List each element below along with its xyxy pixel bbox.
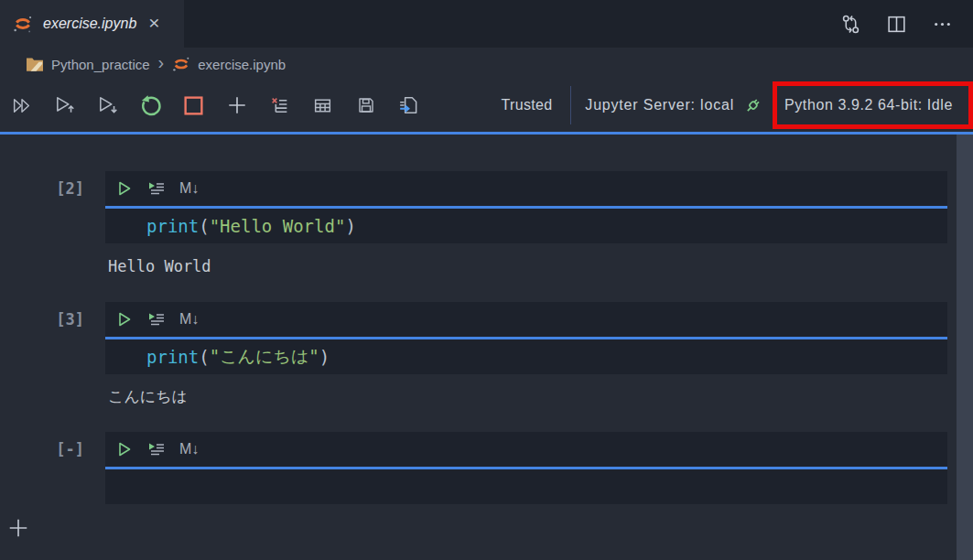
kernel-status: Python 3.9.2 64-bit: Idle bbox=[784, 97, 953, 113]
change-to-markdown-icon[interactable]: M↓ bbox=[179, 180, 199, 197]
code-string: "Hello World" bbox=[210, 216, 346, 236]
split-editor-icon[interactable] bbox=[886, 14, 907, 35]
run-by-line-icon[interactable] bbox=[146, 440, 167, 458]
change-to-markdown-icon[interactable]: M↓ bbox=[179, 441, 199, 458]
code-cell-3: [-] M↓ bbox=[0, 432, 947, 504]
code-keyword: print bbox=[146, 347, 199, 367]
execution-count: [3] bbox=[0, 302, 105, 374]
tab-title: exercise.ipynb bbox=[43, 16, 136, 32]
jupyter-icon bbox=[13, 14, 33, 34]
breadcrumb-file[interactable]: exercise.ipynb bbox=[198, 57, 286, 72]
toolbar-separator bbox=[570, 86, 571, 124]
cell-toolbar: M↓ bbox=[105, 302, 947, 337]
tab-close-icon[interactable]: × bbox=[148, 12, 159, 34]
notebook-content: [2] M↓ print("Hello World") Hello World … bbox=[0, 135, 973, 560]
code-editor[interactable]: print("こんにちは") bbox=[105, 339, 947, 374]
run-cell-icon[interactable] bbox=[115, 179, 134, 198]
run-cell-icon[interactable] bbox=[115, 310, 134, 328]
code-paren: ( bbox=[199, 347, 209, 367]
breadcrumb-folder[interactable]: Python_practice bbox=[51, 57, 150, 72]
trusted-status[interactable]: Trusted bbox=[502, 97, 553, 113]
execution-count: [2] bbox=[0, 171, 105, 243]
kernel-status-annotation[interactable]: Python 3.9.2 64-bit: Idle bbox=[773, 81, 973, 129]
code-editor[interactable] bbox=[105, 469, 947, 504]
code-cell-1: [2] M↓ print("Hello World") bbox=[0, 171, 947, 243]
insert-cell-button[interactable] bbox=[215, 94, 258, 116]
breadcrumb-separator: › bbox=[158, 52, 165, 73]
jupyter-icon bbox=[172, 55, 190, 73]
code-string: "こんにちは" bbox=[210, 345, 319, 369]
folder-icon bbox=[26, 57, 44, 72]
variables-button[interactable] bbox=[301, 95, 344, 116]
scrollbar[interactable] bbox=[957, 135, 973, 560]
execution-count: [-] bbox=[0, 432, 105, 504]
more-actions-icon[interactable] bbox=[932, 14, 953, 35]
breadcrumb: Python_practice › exercise.ipynb bbox=[0, 48, 973, 81]
run-cell-icon[interactable] bbox=[115, 440, 134, 458]
plug-icon bbox=[742, 95, 763, 116]
export-button[interactable] bbox=[387, 94, 430, 116]
run-by-line-icon[interactable] bbox=[146, 310, 167, 328]
code-keyword: print bbox=[146, 216, 199, 236]
jupyter-server-status[interactable]: Jupyter Server: local bbox=[585, 97, 734, 113]
notebook-toolbar: Trusted Jupyter Server: local Python 3.9… bbox=[0, 81, 973, 130]
save-button[interactable] bbox=[344, 95, 387, 115]
run-cells-below-button[interactable] bbox=[86, 94, 129, 116]
run-cells-above-button[interactable] bbox=[43, 94, 86, 116]
compare-changes-icon[interactable] bbox=[840, 14, 861, 35]
tab-bar: exercise.ipynb × bbox=[0, 0, 973, 48]
code-editor[interactable]: print("Hello World") bbox=[105, 209, 947, 243]
change-to-markdown-icon[interactable]: M↓ bbox=[179, 311, 199, 328]
cell-output: Hello World bbox=[108, 257, 211, 275]
restart-kernel-button[interactable] bbox=[129, 93, 172, 117]
code-paren: ) bbox=[319, 347, 330, 367]
clear-outputs-button[interactable] bbox=[258, 95, 301, 116]
code-paren: ) bbox=[345, 216, 355, 236]
code-paren: ( bbox=[199, 216, 209, 236]
cell-output: こんにちは bbox=[108, 386, 188, 407]
cell-toolbar: M↓ bbox=[105, 171, 947, 206]
interrupt-kernel-button[interactable] bbox=[172, 94, 215, 117]
run-all-button[interactable] bbox=[0, 95, 43, 116]
code-cell-2: [3] M↓ print("こんにちは") bbox=[0, 302, 947, 374]
cell-toolbar: M↓ bbox=[105, 432, 947, 467]
add-cell-button[interactable] bbox=[7, 517, 29, 539]
tab-exercise-ipynb[interactable]: exercise.ipynb × bbox=[0, 0, 184, 48]
run-by-line-icon[interactable] bbox=[146, 179, 167, 198]
